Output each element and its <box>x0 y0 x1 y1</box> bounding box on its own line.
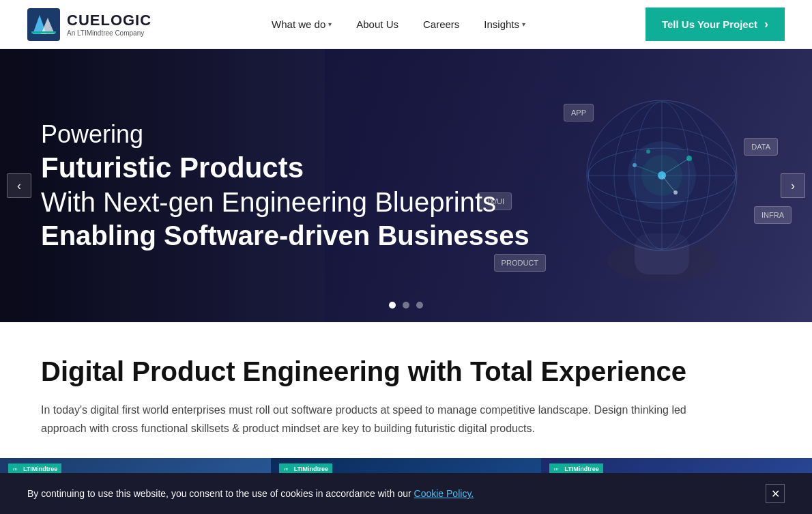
float-label-product: PRODUCT <box>494 254 546 272</box>
cookie-text: By continuing to use this website, you c… <box>27 488 752 499</box>
logo-text: CUELOGIC An LTIMindtree Company <box>67 12 151 37</box>
ltimindtree-icon: LTI <box>553 465 562 473</box>
ltimindtree-icon: LTI <box>12 465 20 473</box>
svg-point-23 <box>641 155 682 196</box>
hero-line1: Powering <box>41 120 530 149</box>
section-title: Digital Product Engineering with Total E… <box>41 356 771 387</box>
hero-line3: With Next-gen Engineering Blueprints <box>41 187 530 218</box>
globe-illustration <box>553 70 771 302</box>
carousel-next-button[interactable]: › <box>781 173 805 198</box>
carousel-dot-2[interactable] <box>403 302 409 309</box>
svg-text:LTI: LTI <box>284 468 288 471</box>
tell-us-project-button[interactable]: Tell Us Your Project › <box>646 8 785 41</box>
svg-text:LTI: LTI <box>13 468 17 471</box>
chevron-down-icon: ▾ <box>522 20 525 28</box>
ltimindtree-icon: LTI <box>283 465 291 473</box>
hero-line2: Futuristic Products <box>41 152 530 184</box>
header: CUELOGIC An LTIMindtree Company What we … <box>0 0 812 49</box>
cookie-close-button[interactable]: ✕ <box>766 484 785 503</box>
nav-about-us[interactable]: About Us <box>356 18 398 30</box>
logo-sub: An LTIMindtree Company <box>67 29 151 37</box>
cookie-policy-link[interactable]: Cookie Policy. <box>414 488 474 499</box>
arrow-right-icon: › <box>764 17 768 31</box>
cookie-banner: By continuing to use this website, you c… <box>0 473 812 514</box>
svg-rect-3 <box>31 31 56 33</box>
logo-area[interactable]: CUELOGIC An LTIMindtree Company <box>27 8 151 41</box>
main-nav: What we do ▾ About Us Careers Insights ▾ <box>272 18 525 30</box>
cuelogic-logo-icon <box>27 8 60 41</box>
logo-name: CUELOGIC <box>67 12 151 29</box>
carousel-dot-1[interactable] <box>389 302 396 309</box>
nav-what-we-do[interactable]: What we do ▾ <box>272 18 332 30</box>
section-text: In today's digital first world enterpris… <box>41 401 696 438</box>
hero-line4: Enabling Software-driven Businesses <box>41 220 530 251</box>
carousel-dot-3[interactable] <box>416 302 423 309</box>
carousel-prev-button[interactable]: ‹ <box>7 173 31 198</box>
svg-text:LTI: LTI <box>554 468 558 471</box>
hero-section: APP UX/UI DATA PRODUCT INFRA <box>0 49 812 322</box>
nav-insights[interactable]: Insights ▾ <box>484 18 525 30</box>
svg-rect-0 <box>27 8 60 41</box>
carousel-dots <box>389 302 423 309</box>
hero-content: Powering Futuristic Products With Next-g… <box>0 120 570 251</box>
content-section: Digital Product Engineering with Total E… <box>0 322 812 458</box>
nav-careers[interactable]: Careers <box>423 18 459 30</box>
chevron-down-icon: ▾ <box>328 20 332 28</box>
